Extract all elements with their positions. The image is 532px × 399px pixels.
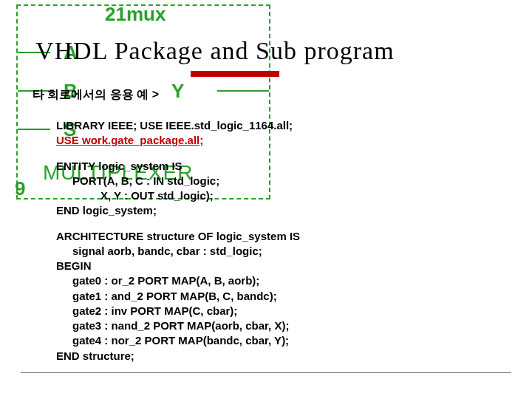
pin-y (217, 90, 269, 92)
code-line: X, Y : OUT std_logic); (56, 188, 499, 203)
code-line-highlight: USE work.gate_package.all; (56, 133, 499, 148)
diagram-title: 21mux (105, 3, 166, 26)
code-line: ARCHITECTURE structure OF logic_system I… (56, 229, 499, 244)
slide-number: 9 (15, 177, 25, 200)
code-line: gate2 : inv PORT MAP(C, cbar); (56, 304, 499, 318)
code-line: signal aorb, bandc, cbar : std_logic; (56, 244, 499, 259)
code-block: LIBRARY IEEE; USE IEEE.std_logic_1164.al… (56, 118, 499, 364)
code-line: gate1 : and_2 PORT MAP(B, C, bandc); (56, 289, 499, 304)
pin-s (18, 129, 50, 130)
title-accent (191, 71, 279, 77)
code-line: END logic_system; (56, 203, 499, 218)
code-line: LIBRARY IEEE; USE IEEE.std_logic_1164.al… (56, 118, 499, 133)
code-line: gate0 : or_2 PORT MAP(A, B, aorb); (56, 273, 499, 288)
code-line: BEGIN (56, 259, 499, 273)
footer-rule (21, 372, 511, 373)
code-line: PORT(A, B, C : IN std_logic; (56, 174, 499, 188)
section-label: 타 회로에서의 응용 예 > (33, 87, 159, 103)
code-line: END structure; (56, 349, 499, 364)
code-line: gate3 : nand_2 PORT MAP(aorb, cbar, X); (56, 318, 499, 333)
code-line: gate4 : nor_2 PORT MAP(bandc, cbar, Y); (56, 333, 499, 348)
slide: 21mux A B S Y MULTIPLEXER 9 VHDL Package… (0, 0, 532, 399)
code-line: ENTITY logic_system IS (56, 159, 499, 174)
port-y-label: Y (171, 80, 184, 103)
page-title: VHDL Package and Sub program (35, 37, 395, 65)
